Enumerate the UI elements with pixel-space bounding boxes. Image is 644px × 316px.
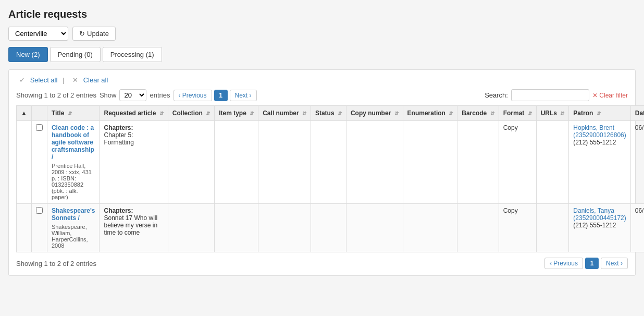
check-icon: ✓: [19, 76, 25, 84]
requests-table: ▲ Title ⇵ Requested article ⇵ Collection…: [16, 105, 644, 252]
update-button[interactable]: ↻ Update: [72, 27, 116, 41]
call-number-cell: [258, 204, 311, 252]
chapters-label: Chapters:: [104, 124, 133, 131]
patron-link[interactable]: Hopkins, Brent(23529000126806): [573, 124, 626, 139]
format-cell: Copy: [499, 121, 536, 204]
table-row: Clean code : a handbook of agile softwar…: [17, 121, 645, 204]
select-links: ✓ Select all | ✕ Clear all: [16, 76, 108, 84]
show-entries: Show 10 20 50 100 entries: [100, 89, 170, 101]
pagination-nav-bottom: ‹ Previous 1 Next ›: [544, 258, 628, 269]
tab-pending[interactable]: Pending (0): [50, 47, 101, 62]
title-sub: Prentice Hall, 2009 : xxix, 431 p. : ISB…: [52, 163, 95, 200]
format-cell: Copy: [499, 204, 536, 252]
row-checkbox[interactable]: [36, 124, 43, 131]
previous-button-bottom[interactable]: ‹ Previous: [544, 258, 583, 269]
th-enumeration[interactable]: Enumeration ⇵: [403, 106, 457, 121]
pagination-bar-top: Showing 1 to 2 of 2 entries Show 10 20 5…: [16, 89, 257, 101]
copy-number-cell: [346, 204, 403, 252]
date-cell: 06/03/2022: [630, 204, 644, 252]
previous-button-top[interactable]: ‹ Previous: [174, 90, 212, 101]
title-link[interactable]: Clean code : a handbook of agile softwar…: [52, 124, 94, 161]
sort-cell: [17, 204, 32, 252]
urls-cell: [536, 204, 569, 252]
th-call-number[interactable]: Call number ⇵: [258, 106, 311, 121]
article-value: Sonnet 17 Who will believe my verse in t…: [104, 214, 157, 236]
enumeration-cell: [403, 121, 457, 204]
show-label: Show: [100, 91, 117, 99]
tab-processing[interactable]: Processing (1): [103, 47, 162, 62]
row-checkbox[interactable]: [36, 207, 43, 214]
library-select[interactable]: Centerville Main Branch North Branch: [8, 27, 68, 41]
enumeration-cell: [403, 204, 457, 252]
x-icon: ✕: [72, 76, 78, 84]
patron-link[interactable]: Daniels, Tanya(23529000445172): [573, 207, 626, 222]
title-cell: Clean code : a handbook of agile softwar…: [47, 121, 100, 204]
patron-cell: Hopkins, Brent(23529000126806) (212) 555…: [569, 121, 630, 204]
refresh-icon: ↻: [79, 30, 85, 38]
th-patron[interactable]: Patron ⇵: [569, 106, 630, 121]
th-item-type[interactable]: Item type ⇵: [215, 106, 258, 121]
entries-label: entries: [150, 91, 170, 99]
title-cell: Shakespeare's Sonnets / Shakespeare, Wil…: [47, 204, 100, 252]
barcode-cell: [457, 204, 499, 252]
toolbar: ✓ Select all | ✕ Clear all: [16, 76, 628, 84]
th-collection[interactable]: Collection ⇵: [168, 106, 214, 121]
date-cell: 06/03/2022: [630, 121, 644, 204]
table-row: Shakespeare's Sonnets / Shakespeare, Wil…: [17, 204, 645, 252]
th-requested-article[interactable]: Requested article ⇵: [100, 106, 168, 121]
show-select[interactable]: 10 20 50 100: [119, 89, 146, 101]
status-cell: [311, 204, 346, 252]
patron-phone: (212) 555-1212: [573, 222, 616, 229]
showing-label-top: Showing 1 to 2 of 2 entries: [16, 91, 96, 99]
barcode-cell: [457, 121, 499, 204]
item-type-cell: [215, 204, 258, 252]
clear-filter-link[interactable]: ✕ Clear filter: [592, 92, 628, 99]
th-copy-number[interactable]: Copy number ⇵: [346, 106, 403, 121]
collection-cell: [168, 204, 214, 252]
page-number-top: 1: [214, 90, 228, 101]
th-barcode[interactable]: Barcode ⇵: [457, 106, 499, 121]
checkbox-cell[interactable]: [31, 121, 47, 204]
select-all-link[interactable]: Select all: [30, 76, 58, 84]
pagination-nav-top: ‹ Previous 1 Next ›: [174, 90, 257, 101]
call-number-cell: [258, 121, 311, 204]
sort-cell: [17, 121, 32, 204]
th-status[interactable]: Status ⇵: [311, 106, 346, 121]
chapters-label: Chapters:: [104, 207, 133, 214]
urls-cell: [536, 121, 569, 204]
search-input[interactable]: [511, 89, 589, 101]
next-button-top[interactable]: Next ›: [230, 90, 257, 101]
title-link[interactable]: Shakespeare's Sonnets /: [52, 207, 95, 222]
bottom-bar: Showing 1 to 2 of 2 entries ‹ Previous 1…: [16, 258, 628, 269]
content-box: ✓ Select all | ✕ Clear all Showing 1 to …: [8, 69, 636, 276]
th-format[interactable]: Format ⇵: [499, 106, 536, 121]
x-filter-icon: ✕: [592, 92, 598, 99]
patron-phone: (212) 555-1212: [573, 139, 616, 146]
search-bar: Search: ✕ Clear filter: [485, 89, 628, 101]
th-date[interactable]: Date ⇵: [630, 106, 644, 121]
clear-all-link[interactable]: Clear all: [83, 76, 108, 84]
th-sort[interactable]: ▲: [17, 106, 32, 121]
th-urls[interactable]: URLs ⇵: [536, 106, 569, 121]
th-checkbox: [31, 106, 47, 121]
th-title[interactable]: Title ⇵: [47, 106, 100, 121]
patron-cell: Daniels, Tanya(23529000445172) (212) 555…: [569, 204, 630, 252]
status-cell: [311, 121, 346, 204]
requested-article-cell: Chapters: Chapter 5: Formatting: [100, 121, 168, 204]
copy-number-cell: [346, 121, 403, 204]
collection-cell: [168, 121, 214, 204]
tab-new[interactable]: New (2): [8, 47, 48, 62]
next-button-bottom[interactable]: Next ›: [601, 258, 628, 269]
search-label: Search:: [485, 91, 508, 99]
title-sub: Shakespeare, William, HarperCollins, 200…: [52, 224, 95, 249]
item-type-cell: [215, 121, 258, 204]
page-number-bottom: 1: [585, 258, 599, 269]
page-title: Article requests: [8, 8, 636, 20]
article-value: Chapter 5: Formatting: [104, 131, 133, 146]
requested-article-cell: Chapters: Sonnet 17 Who will believe my …: [100, 204, 168, 252]
tabs: New (2) Pending (0) Processing (1): [8, 47, 636, 62]
showing-label-bottom: Showing 1 to 2 of 2 entries: [16, 260, 96, 268]
top-bar: Centerville Main Branch North Branch ↻ U…: [8, 27, 636, 41]
checkbox-cell[interactable]: [31, 204, 47, 252]
